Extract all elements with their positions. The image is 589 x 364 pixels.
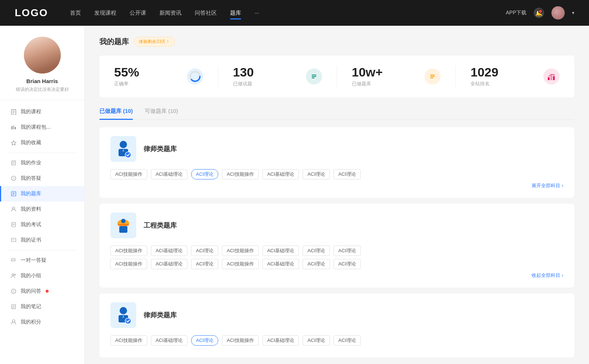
done-banks-icon bbox=[424, 68, 441, 85]
page-title: 我的题库 bbox=[99, 37, 129, 47]
qbank-tags-eng-row1: ACI技能操作 ACI基础理论 ACI理论 ACI技能操作 ACI基础理论 AC… bbox=[110, 246, 563, 256]
stat-done-questions-value: 130 bbox=[233, 66, 300, 78]
svg-point-18 bbox=[13, 207, 15, 209]
tag-law-3[interactable]: ACI理论 bbox=[191, 169, 218, 179]
qbank-icon bbox=[10, 190, 17, 197]
svg-text:?: ? bbox=[13, 177, 14, 181]
sidebar-item-points[interactable]: 我的积分 bbox=[0, 314, 84, 330]
chevron-down-icon[interactable]: ▾ bbox=[572, 10, 574, 15]
tag-eng-11[interactable]: ACI技能操作 bbox=[222, 259, 259, 269]
tag-law-1[interactable]: ACI技能操作 bbox=[110, 169, 147, 179]
sidebar-label-packages: 我的课程包... bbox=[21, 124, 51, 131]
profile-avatar[interactable] bbox=[24, 37, 61, 74]
tag-law-2[interactable]: ACI基础理论 bbox=[151, 169, 188, 179]
tag-eng-3[interactable]: ACI理论 bbox=[191, 246, 218, 256]
svg-rect-46 bbox=[550, 75, 552, 80]
tag-eng-8[interactable]: ACI技能操作 bbox=[110, 259, 147, 269]
nav-qa[interactable]: 问答社区 bbox=[195, 8, 217, 18]
points-icon bbox=[10, 319, 17, 325]
tag-eng-9[interactable]: ACI基础理论 bbox=[151, 259, 188, 269]
nav-open-course[interactable]: 公开课 bbox=[130, 8, 146, 18]
avatar[interactable] bbox=[551, 6, 565, 19]
sidebar-item-homework[interactable]: 我的作业 bbox=[0, 155, 84, 171]
tag-eng-14[interactable]: ACI理论 bbox=[334, 259, 361, 269]
nav-menu: 首页 发现课程 公开课 新闻资讯 问答社区 题库 ··· bbox=[70, 8, 506, 18]
tag-law-7[interactable]: ACI理论 bbox=[334, 169, 361, 179]
tag-law2-1[interactable]: ACI技能操作 bbox=[110, 335, 147, 346]
homework-icon bbox=[10, 160, 17, 166]
stats-card: 55% 正确率 130 已做试题 bbox=[99, 56, 574, 97]
nav-qbank[interactable]: 题库 bbox=[230, 8, 241, 18]
tag-law2-7[interactable]: ACI理论 bbox=[334, 335, 361, 346]
nav-news[interactable]: 新闻资讯 bbox=[159, 8, 181, 18]
cert-icon bbox=[10, 237, 17, 243]
svg-point-49 bbox=[120, 141, 127, 148]
tag-eng-12[interactable]: ACI基础理论 bbox=[262, 259, 299, 269]
svg-point-52 bbox=[125, 152, 131, 158]
nav-home[interactable]: 首页 bbox=[70, 8, 81, 18]
tag-eng-4[interactable]: ACI技能操作 bbox=[222, 246, 259, 256]
tag-law2-3[interactable]: ACI理论 bbox=[191, 335, 218, 346]
qbank-icon-law bbox=[110, 136, 136, 162]
tag-law-6[interactable]: ACI理论 bbox=[303, 169, 330, 179]
tag-law2-6[interactable]: ACI理论 bbox=[303, 335, 330, 346]
qbank-card-law: 律师类题库 ACI技能操作 ACI基础理论 ACI理论 ACI技能操作 ACI基… bbox=[99, 127, 574, 198]
svg-rect-6 bbox=[15, 127, 16, 129]
sidebar-item-myqa[interactable]: ? 我的问答 bbox=[0, 283, 84, 299]
sidebar-item-courses[interactable]: 我的课程 bbox=[0, 104, 84, 119]
tag-eng-13[interactable]: ACI理论 bbox=[303, 259, 330, 269]
sidebar-item-packages[interactable]: 我的课程包... bbox=[0, 119, 84, 135]
tag-law-4[interactable]: ACI技能操作 bbox=[222, 169, 259, 179]
nav-more[interactable]: ··· bbox=[254, 8, 259, 18]
qbank-title-law: 律师类题库 bbox=[144, 144, 177, 153]
navbar: LOGO 首页 发现课程 公开课 新闻资讯 问答社区 题库 ··· APP下载 … bbox=[0, 0, 589, 26]
sidebar-item-exams[interactable]: 我的考试 bbox=[0, 217, 84, 232]
sidebar-item-doubts[interactable]: ? 我的答疑 bbox=[0, 171, 84, 186]
avatar-image bbox=[551, 6, 565, 19]
tag-eng-6[interactable]: ACI理论 bbox=[303, 246, 330, 256]
sidebar-item-1on1[interactable]: 一对一答疑 bbox=[0, 253, 84, 268]
sidebar-label-exams: 我的考试 bbox=[21, 221, 41, 228]
nav-discover[interactable]: 发现课程 bbox=[94, 8, 116, 18]
tag-eng-1[interactable]: ACI技能操作 bbox=[110, 246, 147, 256]
qa-icon: ? bbox=[10, 288, 17, 295]
notification-bell[interactable]: 🔔 bbox=[534, 8, 544, 18]
notification-dot bbox=[46, 290, 49, 293]
expand-law-link[interactable]: 展开全部科目 › bbox=[110, 182, 563, 189]
sidebar-item-certs[interactable]: 我的证书 bbox=[0, 232, 84, 248]
tab-done-banks[interactable]: 已做题库 (10) bbox=[99, 108, 133, 119]
stat-done-questions-label: 已做试题 bbox=[233, 81, 300, 87]
ranking-icon bbox=[543, 68, 560, 85]
app-download-link[interactable]: APP下载 bbox=[506, 10, 526, 16]
qbank-card-engineering: 工程类题库 ACI技能操作 ACI基础理论 ACI理论 ACI技能操作 ACI基… bbox=[99, 204, 574, 288]
svg-point-60 bbox=[125, 318, 131, 324]
tag-eng-10[interactable]: ACI理论 bbox=[191, 259, 218, 269]
sidebar-item-favorites[interactable]: 我的收藏 bbox=[0, 135, 84, 150]
qbank-title-engineering: 工程类题库 bbox=[144, 221, 177, 230]
tag-law2-2[interactable]: ACI基础理论 bbox=[151, 335, 188, 346]
tag-eng-5[interactable]: ACI基础理论 bbox=[262, 246, 299, 256]
sidebar-item-myprofile[interactable]: 我的资料 bbox=[0, 201, 84, 217]
sidebar-label-homework: 我的作业 bbox=[21, 160, 41, 166]
sidebar-label-certs: 我的证书 bbox=[21, 237, 41, 243]
tab-available-banks[interactable]: 可做题库 (10) bbox=[145, 108, 178, 119]
sidebar-item-groups[interactable]: 我的小组 bbox=[0, 268, 84, 283]
logo: LOGO bbox=[15, 7, 48, 19]
stat-done-banks-value: 10w+ bbox=[352, 66, 419, 78]
collapse-eng-link[interactable]: 收起全部科目 › bbox=[110, 272, 563, 279]
svg-point-55 bbox=[121, 219, 126, 223]
avatar-image bbox=[24, 37, 61, 74]
main-content: 我的题库 体验剩余23天！ 55% 正确率 bbox=[85, 26, 589, 364]
stat-ranking-value: 1029 bbox=[470, 66, 537, 78]
tag-eng-2[interactable]: ACI基础理论 bbox=[151, 246, 188, 256]
sidebar-item-qbank[interactable]: 我的题库 bbox=[0, 186, 84, 201]
tag-law-5[interactable]: ACI基础理论 bbox=[262, 169, 299, 179]
svg-point-48 bbox=[554, 74, 555, 75]
sidebar-label-groups: 我的小组 bbox=[21, 272, 41, 279]
tag-law2-4[interactable]: ACI技能操作 bbox=[222, 335, 259, 346]
sidebar-item-notes[interactable]: 我的笔记 bbox=[0, 299, 84, 314]
sidebar-divider-2 bbox=[7, 250, 77, 250]
trial-badge: 体验剩余23天！ bbox=[134, 37, 175, 47]
tag-eng-7[interactable]: ACI理论 bbox=[334, 246, 361, 256]
tag-law2-5[interactable]: ACI基础理论 bbox=[262, 335, 299, 346]
